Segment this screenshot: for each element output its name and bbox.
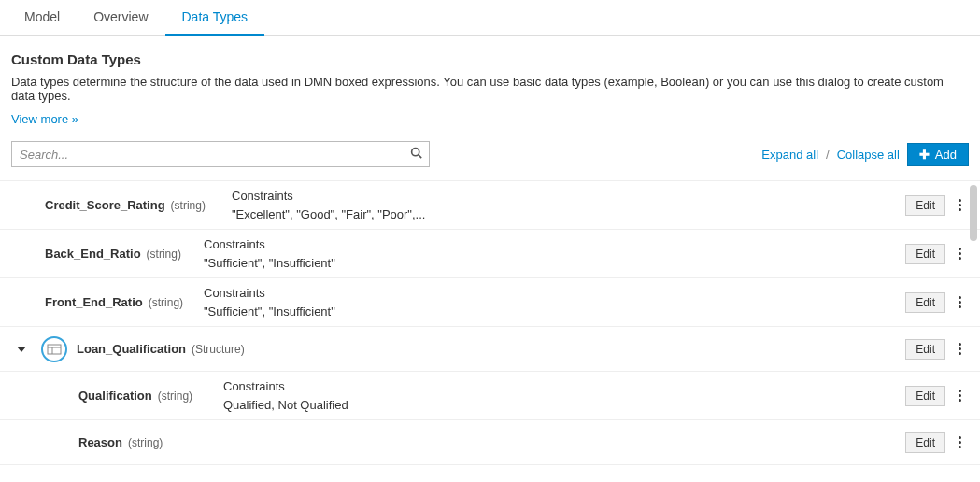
- scrollbar[interactable]: [969, 181, 978, 465]
- constraints-label: Constraints: [232, 187, 905, 206]
- add-button[interactable]: ✚ Add: [907, 143, 969, 166]
- row-actions: Edit: [905, 195, 965, 216]
- type-name: Loan_Qualification: [77, 342, 186, 356]
- page-title: Custom Data Types: [11, 51, 969, 67]
- constraints-values: Qualified, Not Qualified: [223, 396, 905, 415]
- data-type-list: Credit_Score_Rating (string) Constraints…: [0, 180, 980, 465]
- kebab-menu-icon[interactable]: [955, 386, 965, 405]
- svg-rect-2: [48, 345, 61, 354]
- type-kind: (string): [171, 199, 206, 212]
- constraints-values: "Sufficient", "Insufficient": [204, 303, 905, 321]
- toolbar-separator: /: [826, 148, 830, 162]
- type-name: Back_End_Ratio: [45, 247, 141, 261]
- chevron-down-icon[interactable]: [17, 347, 26, 352]
- constraints-cell: Constraints Qualified, Not Qualified: [223, 377, 905, 414]
- scroll-thumb[interactable]: [970, 185, 977, 241]
- kebab-menu-icon[interactable]: [955, 339, 965, 359]
- tab-model[interactable]: Model: [7, 0, 77, 35]
- edit-button[interactable]: Edit: [905, 432, 945, 453]
- type-name: Front_End_Ratio: [45, 295, 143, 309]
- row-name-cell: Back_End_Ratio (string): [45, 247, 204, 261]
- data-type-row: Credit_Score_Rating (string) Constraints…: [0, 181, 980, 230]
- plus-icon: ✚: [919, 149, 930, 161]
- edit-button[interactable]: Edit: [905, 339, 945, 360]
- constraints-values: "Sufficient", "Insufficient": [204, 254, 905, 273]
- structure-icon: [41, 336, 67, 362]
- row-name-cell: Qualification (string): [78, 389, 223, 403]
- kebab-menu-icon[interactable]: [955, 432, 965, 452]
- tab-data-types[interactable]: Data Types: [165, 0, 265, 36]
- constraints-cell: Constraints "Sufficient", "Insufficient": [204, 284, 905, 320]
- toolbar: Expand all / Collapse all ✚ Add: [0, 134, 980, 180]
- type-kind: (string): [147, 248, 181, 261]
- row-actions: Edit: [905, 339, 965, 360]
- data-type-row: Back_End_Ratio (string) Constraints "Suf…: [0, 230, 980, 278]
- tab-overview[interactable]: Overview: [77, 0, 164, 35]
- constraints-label: Constraints: [204, 235, 905, 254]
- constraints-cell: Constraints "Excellent", "Good", "Fair",…: [232, 187, 905, 223]
- row-name-cell: Credit_Score_Rating (string): [45, 198, 232, 212]
- kebab-menu-icon[interactable]: [955, 244, 965, 263]
- edit-button[interactable]: Edit: [905, 386, 945, 406]
- row-actions: Edit: [905, 244, 965, 264]
- page-description: Data types determine the structure of th…: [11, 75, 969, 103]
- type-name: Credit_Score_Rating: [45, 198, 165, 212]
- tab-bar: Model Overview Data Types: [0, 0, 980, 36]
- type-kind: (string): [149, 296, 183, 309]
- data-type-row-child: Reason (string) Edit: [0, 420, 980, 465]
- expand-all-link[interactable]: Expand all: [761, 148, 818, 162]
- search-input[interactable]: [11, 141, 430, 167]
- data-type-row-structure: Loan_Qualification (Structure) Edit: [0, 327, 980, 372]
- kebab-menu-icon[interactable]: [955, 292, 965, 312]
- row-actions: Edit: [905, 386, 965, 406]
- kebab-menu-icon[interactable]: [955, 195, 965, 215]
- add-button-label: Add: [935, 148, 957, 162]
- constraints-values: "Excellent", "Good", "Fair", "Poor",...: [232, 206, 905, 224]
- constraints-label: Constraints: [204, 284, 905, 303]
- type-name: Qualification: [78, 389, 152, 403]
- search-wrapper: [11, 141, 430, 167]
- expand-cell: [0, 347, 36, 352]
- data-type-row-child: Qualification (string) Constraints Quali…: [0, 372, 980, 420]
- edit-button[interactable]: Edit: [905, 292, 945, 313]
- edit-button[interactable]: Edit: [905, 195, 945, 216]
- row-name-cell: Front_End_Ratio (string): [45, 295, 204, 309]
- type-name: Reason: [78, 435, 122, 449]
- row-name-cell: Reason (string): [78, 435, 223, 449]
- structure-name-wrap: Loan_Qualification (Structure): [36, 336, 245, 362]
- constraints-label: Constraints: [223, 377, 905, 396]
- type-kind: (Structure): [192, 343, 245, 356]
- row-actions: Edit: [905, 432, 965, 453]
- view-more-link[interactable]: View more »: [11, 112, 78, 126]
- row-actions: Edit: [905, 292, 965, 313]
- data-type-row: Front_End_Ratio (string) Constraints "Su…: [0, 278, 980, 327]
- edit-button[interactable]: Edit: [905, 244, 945, 264]
- type-kind: (string): [128, 436, 163, 449]
- type-kind: (string): [158, 390, 192, 403]
- constraints-cell: Constraints "Sufficient", "Insufficient": [204, 235, 905, 272]
- collapse-all-link[interactable]: Collapse all: [837, 148, 900, 162]
- header-section: Custom Data Types Data types determine t…: [0, 36, 980, 134]
- toolbar-right: Expand all / Collapse all ✚ Add: [761, 143, 969, 166]
